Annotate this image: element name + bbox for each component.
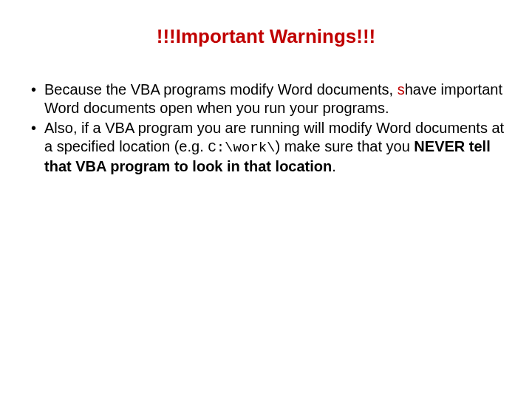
slide-container: !!!Important Warnings!!! Because the VBA… [0, 0, 532, 399]
bullet2-text-part2: ) make sure that you [275, 138, 414, 154]
bullet-item-2: Also, if a VBA program you are running w… [22, 119, 510, 176]
bullet-item-1: Because the VBA programs modify Word doc… [22, 81, 510, 117]
bullet1-red-char: s [398, 81, 405, 98]
bullet2-text-part3: . [332, 158, 336, 174]
bullet-list: Because the VBA programs modify Word doc… [22, 81, 510, 176]
bullet2-code: C:\work\ [208, 140, 275, 156]
bullet1-text-part1: Because the VBA programs modify Word doc… [44, 81, 398, 98]
slide-title: !!!Important Warnings!!! [22, 25, 510, 48]
